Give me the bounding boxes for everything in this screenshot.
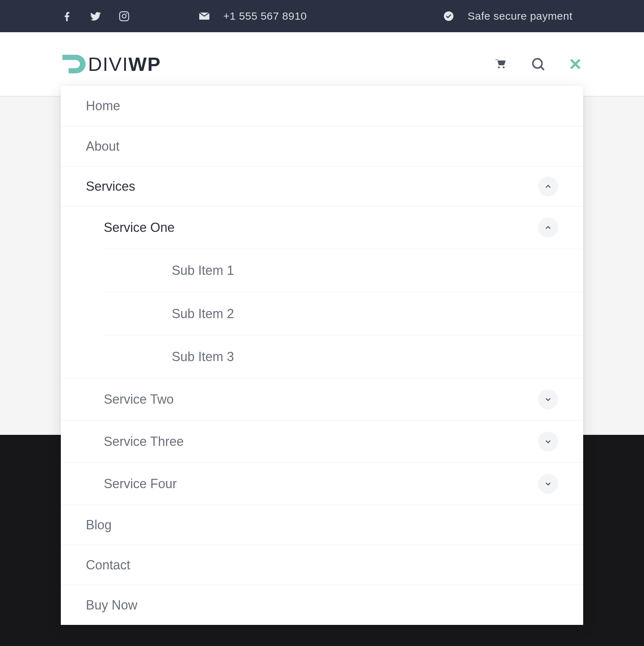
menu-label: Service Three: [104, 434, 184, 449]
menu-label: Sub Item 2: [172, 306, 234, 321]
chevron-up-icon[interactable]: [538, 218, 558, 238]
check-circle-icon: [443, 10, 455, 22]
mobile-menu-panel: Home About Services Service One Sub Item…: [61, 86, 583, 625]
services-submenu: Service One Sub Item 1 Sub Item 2 Sub It…: [61, 206, 583, 505]
menu-label: Service One: [104, 220, 175, 235]
chevron-down-icon[interactable]: [538, 432, 558, 452]
menu-item-about[interactable]: About: [61, 126, 583, 166]
cart-icon[interactable]: [493, 56, 509, 72]
menu-label: Home: [86, 98, 120, 113]
facebook-icon[interactable]: [61, 10, 73, 22]
menu-label: Services: [86, 179, 135, 194]
menu-label: Blog: [86, 518, 112, 533]
svg-point-0: [126, 13, 127, 14]
menu-item-contact[interactable]: Contact: [61, 545, 583, 585]
header-actions: [493, 56, 583, 72]
chevron-up-icon[interactable]: [538, 176, 558, 196]
logo-text: DIVIWP: [88, 53, 161, 75]
chevron-down-icon[interactable]: [538, 474, 558, 494]
search-icon[interactable]: [530, 56, 546, 72]
logo-text-wp: WP: [128, 53, 161, 75]
menu-item-buy-now[interactable]: Buy Now: [61, 585, 583, 625]
menu-item-sub-1[interactable]: Sub Item 1: [104, 249, 583, 292]
menu-item-sub-3[interactable]: Sub Item 3: [104, 335, 583, 378]
topbar-secure: Safe secure payment: [443, 10, 572, 22]
svg-line-3: [541, 67, 544, 70]
topbar-contact: +1 555 567 8910: [198, 10, 307, 22]
logo-text-divi: DIVI: [88, 53, 128, 75]
menu-item-service-two[interactable]: Service Two: [61, 378, 583, 420]
menu-item-service-four[interactable]: Service Four: [61, 462, 583, 505]
close-menu-icon[interactable]: [567, 56, 583, 72]
service-one-submenu: Sub Item 1 Sub Item 2 Sub Item 3: [104, 249, 583, 378]
logo-mark-icon: [61, 51, 87, 77]
mail-icon: [198, 10, 210, 22]
menu-label: Sub Item 1: [172, 263, 234, 278]
menu-label: Sub Item 3: [172, 349, 234, 364]
menu-label: Service Four: [104, 476, 177, 491]
menu-item-sub-2[interactable]: Sub Item 2: [104, 292, 583, 335]
menu-item-blog[interactable]: Blog: [61, 505, 583, 545]
menu-label: Buy Now: [86, 598, 137, 613]
menu-label: About: [86, 139, 119, 154]
logo[interactable]: DIVIWP: [61, 51, 161, 77]
instagram-icon[interactable]: [118, 10, 130, 22]
menu-label: Contact: [86, 558, 130, 573]
topbar-phone[interactable]: +1 555 567 8910: [223, 10, 307, 22]
topbar: +1 555 567 8910 Safe secure payment: [0, 0, 644, 32]
menu-item-home[interactable]: Home: [61, 86, 583, 126]
menu-item-services[interactable]: Services: [61, 166, 583, 206]
menu-item-service-one[interactable]: Service One: [61, 207, 583, 249]
twitter-icon[interactable]: [89, 10, 102, 22]
topbar-social: [61, 10, 130, 22]
chevron-down-icon[interactable]: [538, 389, 558, 409]
topbar-secure-text: Safe secure payment: [468, 10, 572, 22]
svg-point-2: [533, 59, 542, 68]
menu-label: Service Two: [104, 392, 174, 407]
menu-item-service-three[interactable]: Service Three: [61, 420, 583, 462]
